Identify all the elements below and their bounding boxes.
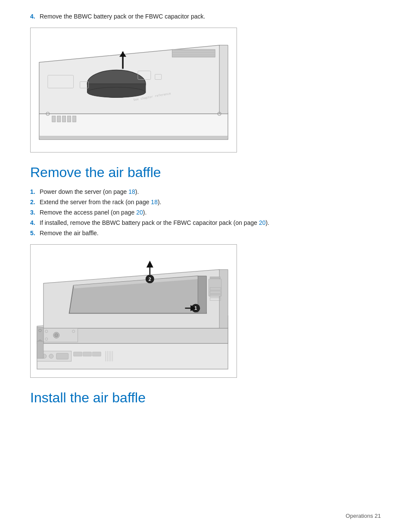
step5-text: Remove the air baffle. bbox=[40, 230, 99, 236]
svg-rect-7 bbox=[172, 55, 215, 56]
svg-rect-19 bbox=[39, 136, 228, 139]
svg-rect-32 bbox=[56, 353, 68, 359]
remove-steps-list: 1. Power down the server (on page 18). 2… bbox=[30, 188, 381, 236]
svg-rect-5 bbox=[172, 52, 215, 53]
svg-rect-24 bbox=[73, 116, 76, 122]
svg-rect-35 bbox=[92, 352, 101, 356]
air-baffle-diagram: 1 2 bbox=[30, 244, 237, 378]
step-row-5: 5. Remove the air baffle. bbox=[30, 230, 381, 236]
svg-rect-22 bbox=[62, 116, 66, 122]
svg-rect-21 bbox=[57, 116, 61, 122]
step4-number: 4. bbox=[30, 219, 40, 226]
svg-point-10 bbox=[87, 87, 145, 97]
svg-rect-67 bbox=[37, 327, 44, 343]
step1-text: Power down the server (on page 18). bbox=[40, 188, 139, 195]
svg-rect-34 bbox=[83, 352, 91, 356]
svg-rect-70 bbox=[37, 341, 44, 358]
remove-heading: Remove the air baffle bbox=[30, 165, 381, 180]
svg-marker-2 bbox=[219, 45, 228, 113]
svg-rect-33 bbox=[74, 352, 82, 356]
footer-text: Operations 21 bbox=[346, 513, 381, 519]
air-baffle-svg: 1 2 bbox=[31, 245, 237, 378]
step-row-2: 2. Extend the server from the rack (on p… bbox=[30, 199, 381, 205]
step4-link[interactable]: 20 bbox=[259, 219, 266, 226]
svg-marker-60 bbox=[147, 261, 153, 267]
intro-step-number: 4. bbox=[30, 13, 40, 20]
battery-pack-svg: See chapter reference bbox=[31, 28, 237, 152]
step3-text: Remove the access panel (on page 20). bbox=[40, 209, 146, 216]
svg-rect-20 bbox=[52, 116, 56, 122]
svg-text:2: 2 bbox=[149, 276, 151, 281]
step-row-3: 3. Remove the access panel (on page 20). bbox=[30, 209, 381, 216]
intro-step: 4. Remove the BBWC battery pack or the F… bbox=[30, 13, 381, 20]
step2-number: 2. bbox=[30, 199, 40, 205]
step2-text: Extend the server from the rack (on page… bbox=[40, 199, 162, 205]
intro-step-text: Remove the BBWC battery pack or the FBWC… bbox=[40, 13, 205, 20]
install-heading: Install the air baffle bbox=[30, 390, 381, 406]
svg-point-31 bbox=[49, 354, 53, 358]
step1-number: 1. bbox=[30, 188, 40, 195]
step3-link[interactable]: 20 bbox=[136, 209, 143, 216]
page-footer: Operations 21 bbox=[346, 513, 381, 519]
svg-rect-48 bbox=[210, 277, 220, 278]
step-row-4: 4. If installed, remove the BBWC battery… bbox=[30, 219, 381, 226]
step2-link[interactable]: 18 bbox=[151, 199, 158, 205]
battery-pack-diagram: See chapter reference bbox=[30, 28, 237, 152]
svg-rect-23 bbox=[68, 116, 71, 122]
svg-rect-4 bbox=[172, 50, 215, 51]
svg-point-66 bbox=[55, 333, 58, 337]
step1-link[interactable]: 18 bbox=[128, 188, 135, 195]
step4-text: If installed, remove the BBWC battery pa… bbox=[40, 219, 269, 226]
step3-number: 3. bbox=[30, 209, 40, 216]
svg-rect-6 bbox=[172, 53, 215, 54]
step5-number: 5. bbox=[30, 230, 40, 236]
step-row-1: 1. Power down the server (on page 18). bbox=[30, 188, 381, 195]
